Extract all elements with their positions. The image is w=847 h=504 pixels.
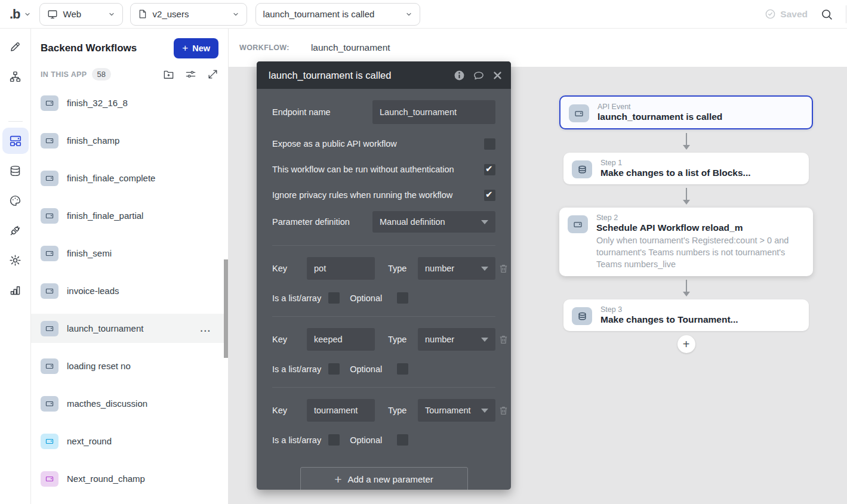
is-list-label: Is a list/array	[272, 435, 321, 445]
workflow-card-icon	[41, 95, 58, 111]
delete-parameter-icon[interactable]	[498, 405, 509, 416]
check-circle-icon	[765, 8, 776, 20]
logs-chart-icon[interactable]	[2, 277, 29, 303]
is-list-label: Is a list/array	[272, 364, 321, 374]
step-card-3[interactable]: Step 3 Make changes to Tournament...	[563, 299, 809, 331]
key-label: Key	[272, 406, 307, 415]
design-pencil-icon[interactable]	[2, 33, 29, 60]
workflow-card-icon	[568, 215, 588, 233]
separator	[272, 316, 495, 317]
parameter-row: Key Type number	[272, 328, 495, 351]
filter-sliders-icon[interactable]	[185, 69, 196, 80]
step-card-1[interactable]: Step 1 Make changes to a list of Blocks.…	[563, 153, 809, 184]
bubble-logo: .b	[10, 7, 20, 22]
page-select[interactable]: v2_users	[130, 3, 247, 26]
optional-checkbox[interactable]	[397, 292, 408, 304]
settings-gear-icon[interactable]	[2, 247, 29, 273]
workflow-list-item[interactable]: macthes_discussion	[31, 389, 228, 418]
workflow-list-item[interactable]: next_round	[31, 426, 228, 456]
workflow-list-item[interactable]: finish_32_16_8	[31, 88, 228, 118]
platform-value: Web	[63, 9, 82, 19]
no-auth-checkbox[interactable]	[484, 164, 495, 175]
sidebar-title: Backend Workflows	[41, 42, 137, 54]
param-key-input[interactable]	[307, 399, 375, 422]
is-list-label: Is a list/array	[272, 293, 321, 303]
step-condition: Only when tournament's Registered:count …	[596, 234, 805, 270]
plus-icon: +	[334, 473, 341, 486]
workflow-list-item[interactable]: finish_finale_partial	[31, 201, 228, 230]
database-icon	[572, 160, 592, 178]
param-type-select[interactable]: Tournament	[418, 399, 495, 422]
optional-checkbox[interactable]	[397, 363, 408, 375]
chevron-down-icon	[481, 409, 488, 413]
workflow-list-item[interactable]: finish_semi	[31, 239, 228, 268]
step-card-api-event[interactable]: API Event launch_tournament is called	[559, 95, 813, 129]
workflow-card-icon	[41, 208, 58, 224]
close-icon[interactable]	[492, 70, 503, 81]
parameter-definition-label: Parameter definition	[272, 217, 350, 227]
database-icon[interactable]	[2, 157, 29, 184]
add-step-button[interactable]: +	[677, 335, 695, 353]
workflow-list-item[interactable]: loading reset no	[31, 351, 228, 381]
workflow-list-item[interactable]: invoice-leads	[31, 276, 228, 305]
delete-parameter-icon[interactable]	[498, 263, 509, 274]
parameter-flags-row: Is a list/array Optional	[272, 434, 495, 446]
param-key-input[interactable]	[307, 257, 375, 280]
monitor-icon	[47, 9, 58, 20]
is-list-checkbox[interactable]	[328, 434, 340, 446]
new-folder-icon[interactable]	[163, 69, 174, 80]
workflow-card-icon	[41, 396, 58, 412]
param-type-select[interactable]: number	[418, 257, 495, 280]
optional-checkbox[interactable]	[397, 434, 408, 446]
workflow-name: launch_tournament	[311, 42, 390, 53]
expand-icon[interactable]	[207, 69, 218, 80]
is-list-checkbox[interactable]	[328, 292, 340, 304]
param-type-select[interactable]: number	[418, 328, 495, 351]
workflow-card-icon	[41, 358, 58, 374]
workflow-card-icon	[41, 321, 58, 336]
platform-select[interactable]: Web	[39, 3, 123, 26]
parameter-definition-select[interactable]: Manual definition	[372, 211, 495, 233]
delete-parameter-icon[interactable]	[498, 334, 509, 345]
styles-palette-icon[interactable]	[2, 187, 29, 214]
scrollbar-thumb[interactable]	[224, 259, 228, 358]
key-label: Key	[272, 264, 307, 273]
plus-icon: +	[182, 42, 188, 54]
workflow-card-icon	[41, 471, 58, 487]
endpoint-name-input[interactable]	[372, 100, 495, 124]
expose-api-checkbox[interactable]	[484, 138, 495, 150]
topbar: .b Web v2_users launch_tournament is cal…	[0, 0, 847, 29]
is-list-checkbox[interactable]	[328, 363, 340, 375]
add-parameter-button[interactable]: + Add a new parameter	[300, 467, 468, 490]
page-value: v2_users	[153, 9, 189, 19]
workflow-card-icon	[41, 434, 58, 449]
help-icon[interactable]	[2, 496, 29, 504]
modal-titlebar[interactable]: launch_tournament is called	[257, 61, 511, 89]
workflow-list-item-selected[interactable]: launch_tournament ...	[31, 314, 228, 343]
ignore-privacy-checkbox[interactable]	[484, 190, 495, 201]
workflow-card-icon	[41, 133, 58, 149]
new-workflow-button[interactable]: + New	[174, 38, 218, 58]
param-key-input[interactable]	[307, 328, 375, 351]
workflow-list-item[interactable]: Next_round_champ	[31, 464, 228, 493]
bubble-editor: .b Web v2_users launch_tournament is cal…	[0, 0, 847, 504]
plugins-plug-icon[interactable]	[2, 217, 29, 243]
comment-bubble-icon[interactable]	[473, 70, 485, 81]
optional-label: Optional	[350, 364, 382, 374]
bubble-logo-menu[interactable]: .b	[10, 7, 31, 22]
type-label: Type	[388, 335, 418, 344]
search-icon[interactable]	[821, 8, 833, 20]
more-options-button[interactable]: ...	[200, 323, 211, 333]
workflow-list-item[interactable]: finish_champ	[31, 126, 228, 155]
backend-workflows-icon[interactable]	[2, 128, 29, 154]
chevron-down-icon	[100, 11, 115, 18]
step-card-2[interactable]: Step 2 Schedule API Workflow reload_m On…	[559, 208, 813, 276]
info-icon[interactable]	[454, 70, 465, 81]
chevron-down-icon	[481, 338, 488, 342]
rail-divider	[8, 121, 23, 122]
workflow-sitemap-icon[interactable]	[2, 63, 29, 89]
workflow-list: finish_32_16_8 finish_champ finish_final…	[31, 88, 228, 493]
workflow-select[interactable]: launch_tournament is called	[255, 3, 420, 26]
workflow-list-item[interactable]: finish_finale_complete	[31, 163, 228, 193]
workflow-kicker: WORKFLOW:	[239, 44, 289, 52]
